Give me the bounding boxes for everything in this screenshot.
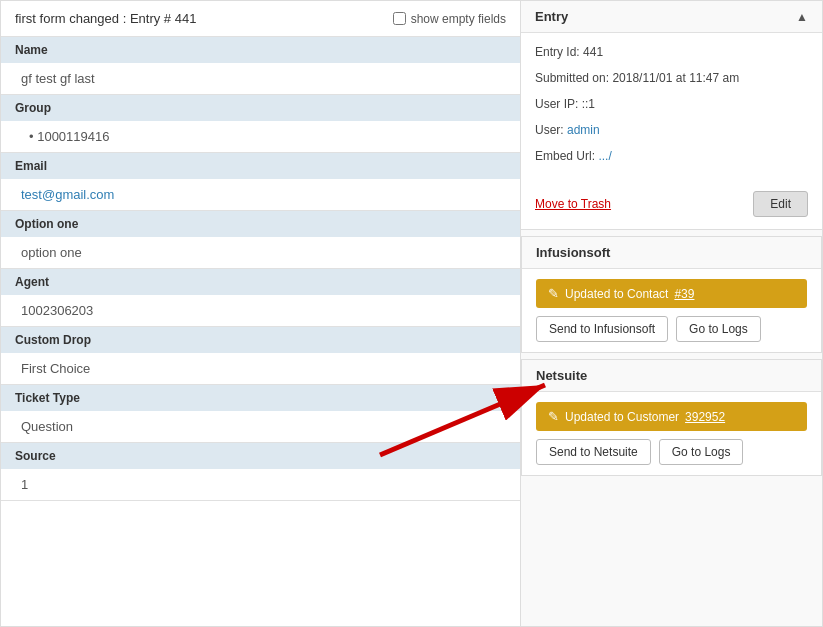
agent-label: Agent (1, 269, 520, 295)
send-to-infusionsoft-button[interactable]: Send to Infusionsoft (536, 316, 668, 342)
ticket-type-field-section: Ticket Type Question (1, 385, 520, 443)
agent-value: 1002306203 (1, 295, 520, 326)
custom-drop-field-section: Custom Drop First Choice (1, 327, 520, 385)
submitted-row: Submitted on: 2018/11/01 at 11:47 am (535, 69, 808, 87)
option-one-value: option one (1, 237, 520, 268)
name-value: gf test gf last (1, 63, 520, 94)
ticket-type-label: Ticket Type (1, 385, 520, 411)
group-field-section: Group 1000119416 (1, 95, 520, 153)
infusionsoft-section: Infusionsoft ✎ Updated to Contact #39 Se… (521, 236, 822, 353)
user-ip-row: User IP: ::1 (535, 95, 808, 113)
netsuite-status-button[interactable]: ✎ Updated to Customer 392952 (536, 402, 807, 431)
netsuite-go-to-logs-button[interactable]: Go to Logs (659, 439, 744, 465)
entry-id-value: 441 (583, 45, 603, 59)
edit-square-icon: ✎ (548, 286, 559, 301)
infusionsoft-contact-link[interactable]: #39 (674, 287, 694, 301)
form-title: first form changed : Entry # 441 (15, 11, 196, 26)
infusionsoft-status-button[interactable]: ✎ Updated to Contact #39 (536, 279, 807, 308)
submitted-label: Submitted on: (535, 71, 609, 85)
option-one-label: Option one (1, 211, 520, 237)
custom-drop-value: First Choice (1, 353, 520, 384)
collapse-arrow-icon[interactable]: ▲ (796, 10, 808, 24)
name-label: Name (1, 37, 520, 63)
entry-details: Entry Id: 441 Submitted on: 2018/11/01 a… (521, 33, 822, 183)
entry-id-row: Entry Id: 441 (535, 43, 808, 61)
netsuite-header: Netsuite (522, 360, 821, 392)
option-one-field-section: Option one option one (1, 211, 520, 269)
email-value: test@gmail.com (1, 179, 520, 210)
agent-field-section: Agent 1002306203 (1, 269, 520, 327)
entry-section: Entry ▲ Entry Id: 441 Submitted on: 2018… (521, 1, 822, 230)
netsuite-actions: Send to Netsuite Go to Logs (536, 439, 807, 465)
user-link[interactable]: admin (567, 123, 600, 137)
show-empty-fields-checkbox[interactable] (393, 12, 406, 25)
source-value: 1 (1, 469, 520, 500)
entry-section-header: Entry ▲ (521, 1, 822, 33)
name-field-section: Name gf test gf last (1, 37, 520, 95)
embed-url-link[interactable]: .../ (598, 149, 611, 163)
netsuite-content: ✎ Updated to Customer 392952 Send to Net… (522, 392, 821, 475)
embed-url-row: Embed Url: .../ (535, 147, 808, 165)
entry-section-title: Entry (535, 9, 568, 24)
left-header: first form changed : Entry # 441 show em… (1, 1, 520, 37)
user-label: User: (535, 123, 564, 137)
right-panel: Entry ▲ Entry Id: 441 Submitted on: 2018… (520, 0, 823, 627)
submitted-value: 2018/11/01 at 11:47 am (612, 71, 739, 85)
move-to-trash-button[interactable]: Move to Trash (535, 197, 611, 211)
source-label: Source (1, 443, 520, 469)
netsuite-section: Netsuite ✎ Updated to Customer 392952 Se… (521, 359, 822, 476)
left-panel: first form changed : Entry # 441 show em… (0, 0, 520, 627)
group-label: Group (1, 95, 520, 121)
infusionsoft-actions: Send to Infusionsoft Go to Logs (536, 316, 807, 342)
custom-drop-label: Custom Drop (1, 327, 520, 353)
netsuite-status-text: Updated to Customer (565, 410, 679, 424)
entry-id-label: Entry Id: (535, 45, 580, 59)
group-value: 1000119416 (1, 121, 520, 152)
email-field-section: Email test@gmail.com (1, 153, 520, 211)
show-empty-fields-text: show empty fields (411, 12, 506, 26)
netsuite-customer-link[interactable]: 392952 (685, 410, 725, 424)
infusionsoft-status-text: Updated to Contact (565, 287, 668, 301)
edit-button[interactable]: Edit (753, 191, 808, 217)
email-label: Email (1, 153, 520, 179)
infusionsoft-content: ✎ Updated to Contact #39 Send to Infusio… (522, 269, 821, 352)
user-ip-value: ::1 (582, 97, 595, 111)
infusionsoft-header: Infusionsoft (522, 237, 821, 269)
embed-url-label: Embed Url: (535, 149, 595, 163)
send-to-netsuite-button[interactable]: Send to Netsuite (536, 439, 651, 465)
edit-square-icon-2: ✎ (548, 409, 559, 424)
infusionsoft-go-to-logs-button[interactable]: Go to Logs (676, 316, 761, 342)
entry-actions: Move to Trash Edit (521, 183, 822, 229)
ticket-type-value: Question (1, 411, 520, 442)
source-field-section: Source 1 (1, 443, 520, 501)
email-link[interactable]: test@gmail.com (21, 187, 114, 202)
show-empty-fields-label[interactable]: show empty fields (393, 12, 506, 26)
user-ip-label: User IP: (535, 97, 578, 111)
user-row: User: admin (535, 121, 808, 139)
